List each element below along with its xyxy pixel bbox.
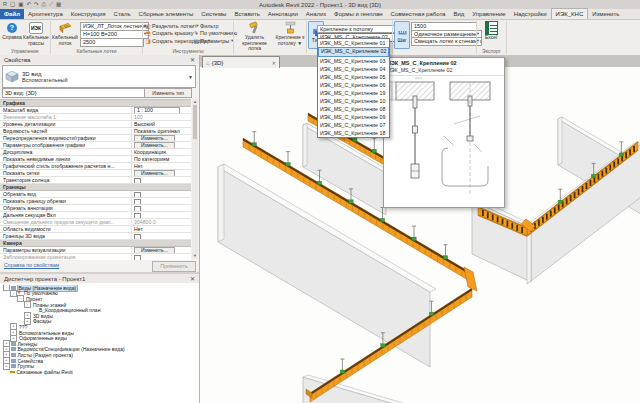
tray-clamp[interactable] (443, 256, 447, 259)
dropdown-item-2[interactable]: ИЭК_MS_C_Крепление 03 (318, 57, 389, 65)
collapse-icon[interactable]: - (3, 285, 10, 291)
collapse-icon[interactable]: - (24, 301, 31, 308)
apply-button[interactable]: Применить (152, 261, 196, 272)
prop-value[interactable]: По категориям (132, 156, 191, 162)
properties-scrollbar[interactable]: ▲▼ (192, 99, 198, 259)
tray-clamp[interactable] (372, 149, 376, 152)
ribbon-tab-7[interactable]: Аннотации (264, 9, 302, 19)
tray-clamp[interactable] (558, 200, 562, 203)
tray-clamp[interactable] (340, 370, 344, 373)
edit-button[interactable]: Изменить... (134, 170, 175, 176)
prop-value[interactable] (132, 212, 191, 218)
prop-value[interactable] (132, 191, 191, 197)
help-button[interactable]: ? Справка (1, 21, 23, 41)
prop-value[interactable]: Изменить... (132, 247, 191, 253)
prop-value[interactable]: 1 : 100 (132, 107, 191, 113)
fastening-type-dropdown-list[interactable]: ИЭК_MS_C_Крепление 01ИЭК_MS_C_Крепление … (317, 38, 390, 138)
by-default-button[interactable]: ✎По умолчанию (193, 30, 237, 37)
dropdown-item-7[interactable]: ИЭК_MS_C_Крепление 10 (318, 97, 389, 105)
prop-value[interactable]: 304800,0 (132, 219, 191, 225)
dropdown-item-3[interactable]: ИЭК_MS_C_Крепление 04 (318, 65, 389, 73)
cable-tray-button[interactable]: Кабельный лоток (52, 21, 78, 46)
checkbox[interactable] (134, 234, 141, 240)
prop-value[interactable] (132, 198, 191, 204)
ribbon-tab-14[interactable]: ИЭК_КНС (551, 8, 589, 19)
view-instance-combobox[interactable]: 3D вид: {3D} (2, 88, 147, 98)
dropdown-item-11[interactable]: ИЭК_MS_C_Крепление 18 (318, 129, 389, 137)
ribbon-tab-13[interactable]: Надстройки (510, 9, 551, 19)
tray-clamp[interactable] (353, 138, 357, 141)
dropdown-item-1[interactable]: ИЭК_MS_C_Крепление 02 (318, 47, 389, 57)
prop-value[interactable]: Нет (132, 226, 191, 232)
prop-value[interactable]: Изменить... (132, 170, 191, 176)
collapse-icon[interactable]: - (17, 295, 24, 302)
offset-mode-combobox[interactable]: Смещать лотки к стенам, пот...▼ (411, 37, 482, 46)
prop-value[interactable]: Нет (132, 163, 191, 169)
prop-value[interactable] (132, 177, 191, 183)
filter-button[interactable]: ▼Фильтр (193, 22, 218, 29)
tray-length-input[interactable]: 2500 (80, 38, 144, 47)
dropdown-item-8[interactable]: ИЭК_MS_C_Крепление 08 (318, 105, 389, 113)
tree-item-15[interactable]: Связанные файлы Revit (0, 369, 199, 375)
fastening-mode-combobox[interactable]: Крепление к потолку▼ (317, 25, 399, 34)
cable-routes-button[interactable]: ИЭК Кабельные трассы (23, 21, 49, 46)
ribbon-tab-9[interactable]: Формы и генплан (330, 9, 386, 19)
prop-value[interactable] (132, 205, 191, 211)
checkbox[interactable] (134, 192, 141, 198)
tray-clamp[interactable] (619, 153, 623, 156)
dropdown-item-4[interactable]: ИЭК_MS_C_Крепление 05 (318, 73, 389, 81)
close-icon[interactable]: ✕ (272, 60, 276, 66)
value-field[interactable]: 1 : 100 (134, 107, 180, 113)
prop-section-1[interactable]: Границы (0, 184, 191, 191)
dropdown-item-6[interactable]: ИЭК_MS_C_Крепление 19 (318, 89, 389, 97)
dropdown-item-5[interactable]: ИЭК_MS_C_Крепление 06 (318, 81, 389, 89)
edit-button[interactable]: Изменить... (134, 135, 175, 141)
tray-clamp[interactable] (412, 237, 416, 240)
ribbon-tab-10[interactable]: Совместная работа (387, 9, 450, 19)
remove-fastening-button[interactable]: Удалить крепление лотка (236, 21, 273, 52)
dropdown-item-9[interactable]: ИЭК_MS_C_Крепление 09 (318, 113, 389, 121)
checkbox[interactable] (134, 178, 141, 184)
tray-clamp[interactable] (252, 143, 256, 146)
ribbon-tab-12[interactable]: Управление (468, 9, 509, 19)
expand-icon[interactable]: + (3, 363, 10, 370)
close-icon[interactable]: ✕ (190, 56, 195, 63)
prop-value[interactable] (132, 233, 191, 239)
tray-clamp[interactable] (286, 163, 290, 166)
checkbox[interactable] (134, 213, 141, 219)
tray-clamp[interactable] (429, 312, 433, 315)
ribbon-tab-6[interactable]: Вставить (230, 9, 263, 19)
edit-type-button[interactable]: Изменить тип (144, 88, 192, 98)
ribbon-tab-4[interactable]: Сборные элементы (135, 9, 198, 19)
step-button[interactable]: Шаг (394, 21, 410, 49)
create-cover-button[interactable]: ⬒Создать крышку▼ (145, 30, 198, 37)
checkbox[interactable] (134, 199, 141, 205)
edit-button[interactable]: Изменить... (134, 247, 175, 253)
ribbon-tab-15[interactable]: Изменить (588, 9, 623, 19)
ribbon-tab-11[interactable]: Вид (449, 9, 468, 19)
ribbon-tab-8[interactable]: Анализ (302, 9, 330, 19)
prop-section-0[interactable]: Графика (0, 100, 191, 107)
dropdown-item-10[interactable]: ИЭК_MS_C_Крепление 07 (318, 121, 389, 129)
tray-clamp[interactable] (591, 174, 595, 177)
close-icon[interactable]: ✕ (190, 275, 195, 282)
edit-button[interactable]: Изменить... (134, 142, 175, 148)
ribbon-tab-3[interactable]: Сталь (110, 9, 135, 19)
split-trays-button[interactable]: ◫Разделить лотки▼ (145, 22, 199, 29)
type-selector[interactable]: 3D вид Вспомогательный ▼ (2, 65, 196, 88)
prop-section-2[interactable]: Камера (0, 240, 191, 247)
excel-export-button[interactable]: Excel (479, 21, 503, 41)
properties-help-link[interactable]: Справка по свойствам (4, 262, 59, 268)
ribbon-tab-1[interactable]: Архитектура (24, 9, 67, 19)
prop-value[interactable]: Координация (132, 149, 191, 155)
ribbon-tab-5[interactable]: Системы (197, 9, 230, 19)
tray-clamp[interactable] (349, 200, 353, 203)
prop-value[interactable]: Изменить... (132, 142, 191, 148)
prop-value[interactable]: Высокий (132, 121, 191, 127)
tray-clamp[interactable] (380, 218, 384, 221)
prop-value[interactable]: Изменить... (132, 135, 191, 141)
prop-value[interactable]: Показать оригинал (132, 128, 191, 134)
checkbox[interactable] (134, 206, 141, 212)
dropdown-item-0[interactable]: ИЭК_MS_C_Крепление 01 (318, 39, 389, 47)
ceiling-fastening-button[interactable]: Крепление к потолку ▼ (275, 21, 305, 46)
